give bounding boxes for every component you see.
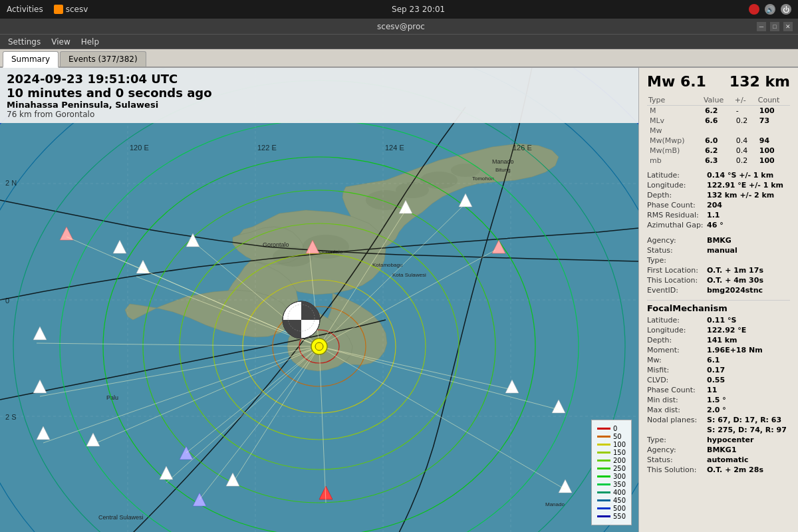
rms-row: RMS Residual: 1.1 <box>647 211 790 219</box>
phase-count-value: 204 <box>707 201 722 209</box>
legend-label-400: 400 <box>613 489 626 496</box>
menu-view[interactable]: View <box>46 35 75 49</box>
tab-summary[interactable]: Summary <box>3 51 59 68</box>
mag-cell-col0: mb <box>647 156 702 166</box>
legend-label-350: 350 <box>613 481 626 488</box>
fm-depth-label: Depth: <box>647 336 707 344</box>
legend-label-150: 150 <box>613 449 626 456</box>
maximize-button[interactable]: □ <box>770 22 779 31</box>
fm-longitude-row: Longitude: 122.92 °E <box>647 326 790 334</box>
azimuthal-value: 46 ° <box>707 221 724 229</box>
fm-solution-label: This Solution: <box>647 466 707 474</box>
topbar: Activities scesv Sep 23 20:01 🔊 ⏻ <box>0 0 798 19</box>
mag-cell-col0: MLv <box>647 116 702 126</box>
event-id-label: EventID: <box>647 286 707 295</box>
mag-table-row: MLv6.60.273 <box>647 116 790 126</box>
azimuthal-label: Azimuthal Gap: <box>647 221 707 229</box>
legend-color-100 <box>597 444 610 446</box>
topbar-right: 🔊 ⏻ <box>749 4 791 15</box>
svg-text:Kotamobagu: Kotamobagu <box>372 262 402 268</box>
tab-events[interactable]: Events (377/382) <box>60 51 146 66</box>
mag-cell-col3 <box>757 126 790 136</box>
mag-cell-col3: 73 <box>757 116 790 126</box>
fm-latitude-value: 0.11 °S <box>707 316 736 325</box>
fm-depth-row: Depth: 141 km <box>647 336 790 344</box>
svg-text:Manado: Manado <box>545 501 565 507</box>
event-id-row: EventID: bmg2024stnc <box>647 286 790 295</box>
fm-misfit-value: 0.17 <box>707 366 725 374</box>
mw-value: Mw 6.1 <box>647 73 706 90</box>
fm-agency-label: Agency: <box>647 446 707 454</box>
legend-color-0 <box>597 428 610 430</box>
fm-latitude-label: Latitude: <box>647 316 707 325</box>
legend-label-500: 500 <box>613 505 626 512</box>
fm-status-row: Status: automatic <box>647 456 790 464</box>
menu-settings[interactable]: Settings <box>3 35 46 49</box>
menu-help[interactable]: Help <box>76 35 104 49</box>
menubar: Settings View Help <box>0 35 798 49</box>
fm-agency-row: Agency: BMKG1 <box>647 446 790 454</box>
agency-row: Agency: BMKG <box>647 236 790 245</box>
map-area[interactable]: 2024-09-23 19:51:04 UTC 10 minutes and 0… <box>0 68 638 532</box>
fm-max-dist-value: 2.0 ° <box>707 406 726 414</box>
fm-nodal-planes-value2: S: 275, D: 74, R: 97 <box>707 426 787 434</box>
phase-count-label: Phase Count: <box>647 201 707 209</box>
window-title: scesv@proc <box>377 22 425 31</box>
legend-color-400 <box>597 491 610 493</box>
latitude-label: Latitude: <box>647 171 707 180</box>
depth-row: Depth: 132 km +/- 2 km <box>647 191 790 200</box>
fm-max-dist-row: Max dist: 2.0 ° <box>647 406 790 414</box>
mag-table-row: Mw <box>647 126 790 136</box>
mag-cell-col2: 0.2 <box>733 116 757 126</box>
status-label: Status: <box>647 246 707 255</box>
legend-color-50 <box>597 436 610 438</box>
app-icon-group: scesv <box>54 5 88 14</box>
legend-color-450 <box>597 499 610 501</box>
mag-cell-col0: Mw <box>647 126 702 136</box>
fm-clvd-value: 0.55 <box>707 376 725 384</box>
phase-count-row: Phase Count: 204 <box>647 201 790 209</box>
minimize-button[interactable]: ─ <box>757 22 766 31</box>
this-location-value: O.T. + 4m 30s <box>707 276 763 285</box>
legend-label-0: 0 <box>613 425 617 432</box>
svg-text:124 E: 124 E <box>385 144 404 152</box>
fm-nodal-planes-row: Nodal planes: S: 67, D: 17, R: 63 <box>647 416 790 424</box>
power-icon[interactable] <box>749 4 759 15</box>
fm-status-label: Status: <box>647 456 707 464</box>
status-row: Status: manual <box>647 246 790 255</box>
fm-misfit-label: Misfit: <box>647 366 707 374</box>
fm-latitude-row: Latitude: 0.11 °S <box>647 316 790 325</box>
fm-clvd-label: CLVD: <box>647 376 707 384</box>
type-row: Type: <box>647 256 790 265</box>
fm-min-dist-value: 1.5 ° <box>707 396 726 404</box>
app-icon <box>54 5 63 14</box>
fm-mw-value: 6.1 <box>707 356 720 364</box>
app-name-label[interactable]: scesv <box>66 5 88 14</box>
right-panel: Mw 6.1 132 km Type Value +/- Count M6.2-… <box>638 68 798 532</box>
fm-status-value: automatic <box>707 456 749 464</box>
longitude-value: 122.91 °E +/- 1 km <box>707 181 783 190</box>
power-button-icon[interactable]: ⏻ <box>781 4 791 15</box>
legend-label-100: 100 <box>613 441 626 448</box>
close-button[interactable]: ✕ <box>783 22 793 31</box>
legend-label-50: 50 <box>613 433 622 440</box>
depth-value: 132 km +/- 2 km <box>707 191 774 200</box>
mag-cell-col2 <box>733 126 757 136</box>
event-distance: 76 km from Gorontalo <box>7 110 632 119</box>
legend-item-200: 200 <box>597 457 626 464</box>
legend-item-450: 450 <box>597 497 626 504</box>
svg-point-11 <box>451 164 480 177</box>
legend-label-450: 450 <box>613 497 626 504</box>
legend: 0 50 100 150 200 250 <box>591 420 632 525</box>
legend-item-500: 500 <box>597 505 626 512</box>
mag-cell-col3: 100 <box>757 156 790 166</box>
tabbar: Summary Events (377/382) <box>0 49 798 68</box>
mag-cell-col0: M <box>647 106 702 116</box>
volume-icon[interactable]: 🔊 <box>765 4 775 15</box>
svg-text:0: 0 <box>5 297 9 305</box>
mag-cell-col1: 6.2 <box>702 146 733 156</box>
status-value: manual <box>707 246 737 255</box>
magnitude-table-body: M6.2-100MLv6.60.273MwMw(Mwp)6.00.494Mw(m… <box>647 106 790 166</box>
longitude-label: Longitude: <box>647 181 707 190</box>
activities-label[interactable]: Activities <box>7 5 43 14</box>
